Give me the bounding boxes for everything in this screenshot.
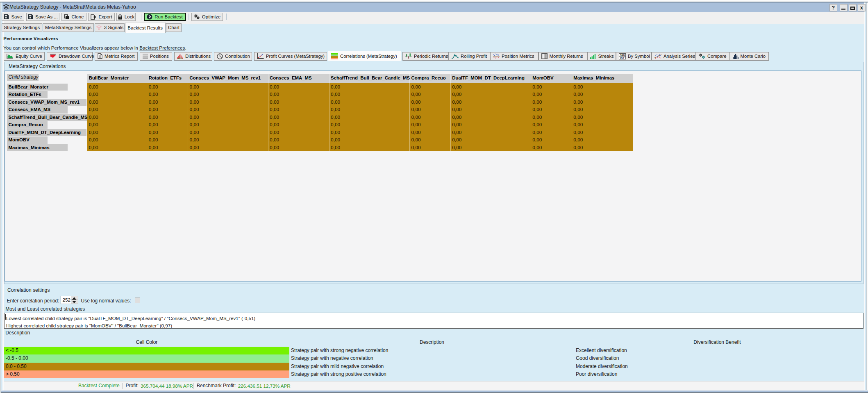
svg-text:DEF: DEF: [620, 56, 625, 59]
svg-text:ABC: ABC: [620, 54, 625, 56]
